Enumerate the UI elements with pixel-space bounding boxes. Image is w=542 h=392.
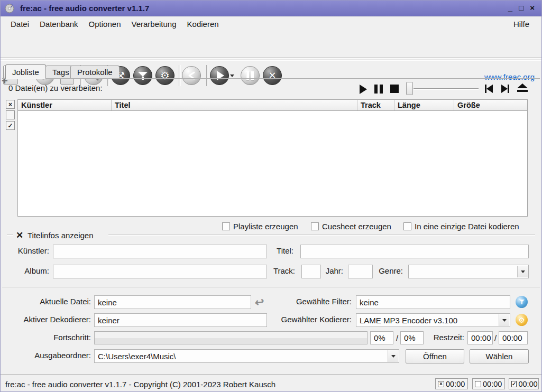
menu-hilfe[interactable]: Hilfe	[508, 18, 535, 30]
current-file-value: keine	[94, 295, 251, 309]
open-log-icon[interactable]: ↩	[254, 295, 265, 309]
x-checkbox-icon[interactable]: ×	[438, 381, 444, 387]
menu-optionen[interactable]: Optionen	[84, 18, 126, 30]
year-input[interactable]	[348, 265, 373, 278]
play-button[interactable]	[360, 85, 367, 94]
minimize-button[interactable]: _	[508, 0, 512, 16]
toggle-selection-button[interactable]: ✓	[6, 121, 15, 130]
tab-jobliste[interactable]: Jobliste	[5, 64, 46, 79]
column-kuenstler[interactable]: Künstler	[18, 100, 112, 110]
single-file-checkbox[interactable]	[403, 222, 411, 230]
playlist-label: Playliste erzeugen	[233, 222, 298, 231]
genre-dropdown-button[interactable]	[517, 266, 528, 277]
pause-encoding-button[interactable]	[241, 66, 260, 85]
website-link[interactable]: www.freac.org	[484, 72, 535, 81]
active-decoder-label: Aktiver Dekodierer:	[0, 315, 91, 324]
encoder-value: LAME MP3 Encoder v3.100	[360, 316, 457, 325]
maximize-button[interactable]: □	[519, 0, 523, 16]
encoder-combobox[interactable]: LAME MP3 Encoder v3.100	[356, 313, 510, 327]
choose-button[interactable]: Wählen	[470, 349, 529, 363]
divider	[0, 374, 542, 375]
cuesheet-label: Cuesheet erzeugen	[322, 222, 391, 231]
joblist-header: Künstler Titel Track Länge Größe	[17, 99, 528, 111]
cuesheet-option: Cuesheet erzeugen	[311, 221, 391, 231]
statusbar-text: fre:ac - free audio converter v1.1.7 - C…	[5, 380, 275, 389]
pause-button[interactable]	[374, 85, 383, 94]
encoder-config-button[interactable]: ⚙	[516, 314, 528, 326]
timer-elapsed: 00:00	[472, 378, 505, 389]
start-encoding-dropdown-arrow-icon[interactable]	[230, 74, 234, 77]
filter-settings-button[interactable]	[133, 66, 152, 85]
artist-input[interactable]	[53, 245, 267, 258]
open-button[interactable]: Öffnen	[406, 349, 464, 363]
toolbar-separator	[179, 65, 181, 86]
eject-button[interactable]	[517, 83, 528, 92]
column-laenge[interactable]: Länge	[394, 100, 454, 110]
active-decoder-value: keiner	[94, 313, 267, 327]
divider	[2, 287, 540, 288]
album-input[interactable]	[53, 265, 267, 278]
funnel-icon	[519, 300, 525, 304]
total-percent-value: 0%	[400, 331, 424, 344]
svg-text:♪: ♪	[10, 2, 13, 9]
empty-checkbox-icon[interactable]	[475, 381, 481, 387]
cuesheet-checkbox[interactable]	[311, 222, 319, 230]
split-output-button[interactable]	[182, 66, 201, 85]
progress-bar	[94, 331, 368, 344]
title-input[interactable]	[300, 245, 529, 258]
genre-combobox[interactable]	[408, 265, 529, 278]
stop-button[interactable]	[390, 85, 399, 93]
timer-value: 00:00	[446, 380, 465, 388]
timer-value: 00:00	[518, 380, 537, 388]
select-none-button[interactable]	[6, 110, 15, 119]
filter-config-button[interactable]	[516, 296, 528, 308]
close-button[interactable]: ×	[530, 0, 535, 16]
menu-datei[interactable]: Datei	[5, 18, 34, 30]
selected-encoder-label: Gewählter Kodierer:	[259, 315, 352, 324]
split-arrow-icon	[186, 70, 197, 81]
column-track[interactable]: Track	[357, 100, 394, 110]
menu-datenbank[interactable]: Datenbank	[34, 18, 84, 30]
total-time-value: 00:00	[499, 331, 528, 344]
next-button[interactable]	[501, 85, 509, 93]
encoder-dropdown-button[interactable]	[499, 314, 509, 326]
slash-text: /	[494, 333, 497, 342]
track-input[interactable]	[301, 265, 321, 278]
seek-slider-thumb[interactable]	[406, 82, 413, 95]
title-bar: ♪ fre:ac - free audio converter v1.1.7 _…	[0, 0, 542, 16]
tab-label: Protokolle	[77, 68, 113, 77]
progress-label: Fortschritt:	[0, 333, 91, 342]
play-icon	[360, 85, 367, 94]
menu-kodieren[interactable]: Kodieren	[182, 18, 224, 30]
titleinfo-checkbox[interactable]: ✕	[16, 230, 23, 241]
tab-panel-edge	[2, 78, 540, 79]
track-label: Track:	[267, 266, 295, 275]
divider	[0, 58, 542, 59]
menu-bar: Datei Datenbank Optionen Verarbeitung Ko…	[0, 16, 542, 31]
chevron-down-icon	[521, 270, 525, 273]
current-file-label: Aktuelle Datei:	[0, 297, 91, 306]
output-folder-dropdown-button[interactable]	[388, 350, 398, 362]
output-folder-combobox[interactable]: C:\Users\exer4\Music\	[94, 349, 399, 363]
stop-encoding-button[interactable]: ✕	[263, 66, 282, 85]
check-checkbox-icon[interactable]: ✓	[511, 381, 517, 387]
column-titel[interactable]: Titel	[112, 100, 357, 110]
group-line	[7, 235, 13, 236]
start-encoding-button[interactable]	[210, 66, 229, 85]
chevron-down-icon	[391, 355, 396, 358]
window-title: fre:ac - free audio converter v1.1.7	[20, 4, 149, 13]
playlist-checkbox[interactable]	[222, 222, 230, 230]
toolbar: ♪ + ♫ ♻ ⚒ ⚙ ✕ www.freac.org	[0, 31, 542, 57]
playlist-option: Playliste erzeugen	[222, 221, 298, 231]
encoder-settings-button[interactable]: ⚙	[155, 66, 174, 85]
tab-protokolle[interactable]: Protokolle	[70, 66, 120, 78]
single-file-label: In eine einzige Datei kodieren	[415, 222, 519, 231]
menu-verarbeitung[interactable]: Verarbeitung	[126, 18, 181, 30]
single-file-option: In eine einzige Datei kodieren	[403, 221, 519, 231]
seek-slider-track[interactable]	[414, 88, 479, 90]
joblist-body[interactable]	[17, 111, 528, 217]
previous-button[interactable]	[485, 85, 493, 93]
select-all-button[interactable]: ×	[6, 100, 15, 109]
output-folder-label: Ausgabeordner:	[0, 351, 91, 360]
column-groesse[interactable]: Größe	[454, 100, 527, 110]
